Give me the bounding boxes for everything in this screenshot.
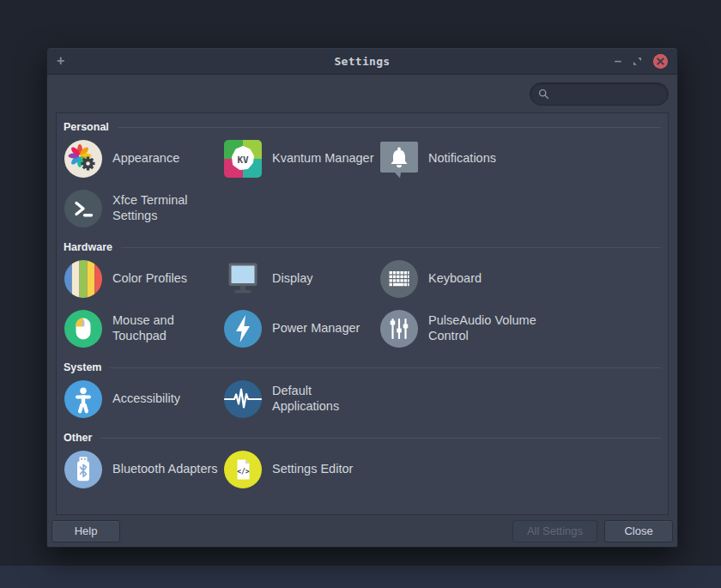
- section-grid-system: Accessibility Default Applications: [64, 379, 661, 420]
- section-label: Personal: [64, 121, 109, 133]
- maximize-button[interactable]: [633, 57, 642, 66]
- toolbar: [47, 75, 677, 112]
- item-label: Bluetooth Adapters: [112, 462, 218, 477]
- taskbar-strip: [0, 566, 721, 588]
- section-rule: [110, 367, 661, 368]
- all-settings-button[interactable]: All Settings: [512, 520, 597, 543]
- titlebar[interactable]: + Settings –: [47, 48, 677, 75]
- display-icon: [223, 259, 263, 299]
- section-rule: [118, 127, 661, 128]
- item-label: Power Manager: [272, 321, 360, 336]
- svg-text:</>: </>: [237, 468, 250, 476]
- item-label: Display: [272, 271, 313, 287]
- settings-editor-icon: </>: [223, 450, 263, 489]
- minimize-button[interactable]: –: [615, 57, 621, 65]
- section-header-personal: Personal: [64, 121, 661, 133]
- settings-item-kvantum-manager[interactable]: KV Kvantum Manager: [223, 138, 379, 179]
- restore-icon: [633, 57, 642, 66]
- item-label: Accessibility: [112, 391, 180, 407]
- settings-item-appearance[interactable]: Appearance: [64, 138, 223, 179]
- item-label: Settings Editor: [272, 462, 353, 477]
- section-grid-other: Bluetooth Adapters </> Settings Editor: [64, 449, 661, 490]
- close-button[interactable]: [653, 54, 668, 69]
- svg-text:KV: KV: [237, 155, 249, 166]
- window-controls: –: [615, 54, 668, 69]
- window-plus-icon[interactable]: +: [57, 54, 64, 68]
- settings-item-bluetooth[interactable]: Bluetooth Adapters: [64, 449, 223, 490]
- kvantum-manager-icon: KV: [223, 139, 263, 179]
- window-title: Settings: [47, 55, 677, 68]
- section-grid-hardware: Color Profiles Display: [64, 258, 661, 349]
- item-label: PulseAudio Volume Control: [428, 313, 559, 343]
- color-profiles-icon: [64, 259, 103, 299]
- settings-item-pulseaudio[interactable]: PulseAudio Volume Control: [379, 308, 661, 349]
- accessibility-icon: [64, 379, 103, 419]
- settings-item-power-manager[interactable]: Power Manager: [223, 308, 379, 349]
- default-applications-icon: [223, 379, 263, 419]
- item-label: Keyboard: [428, 271, 482, 287]
- section-label: Other: [64, 432, 92, 444]
- item-label: Notifications: [428, 151, 496, 167]
- bluetooth-icon: [64, 450, 103, 489]
- section-rule: [100, 438, 661, 439]
- settings-item-accessibility[interactable]: Accessibility: [64, 379, 223, 420]
- footer-bar: Help All Settings Close: [47, 515, 677, 547]
- settings-window: + Settings –: [46, 47, 678, 548]
- section-header-other: Other: [64, 432, 661, 444]
- close-dialog-button[interactable]: Close: [604, 520, 673, 543]
- search-icon: [538, 88, 549, 100]
- section-label: System: [64, 361, 101, 373]
- settings-item-display[interactable]: Display: [223, 258, 379, 300]
- item-label: Default Applications: [272, 384, 379, 414]
- search-field[interactable]: [530, 82, 669, 106]
- item-label: Xfce Terminal Settings: [112, 193, 223, 223]
- settings-item-notifications[interactable]: Notifications: [379, 138, 661, 179]
- settings-item-mouse-touchpad[interactable]: Mouse and Touchpad: [64, 308, 223, 349]
- appearance-icon: [64, 139, 103, 179]
- keyboard-icon: [379, 259, 419, 299]
- notifications-icon: [379, 139, 419, 179]
- section-header-hardware: Hardware: [64, 241, 661, 253]
- item-label: Mouse and Touchpad: [112, 313, 223, 343]
- item-label: Kvantum Manager: [272, 151, 373, 167]
- item-label: Appearance: [112, 151, 179, 167]
- settings-item-default-applications[interactable]: Default Applications: [223, 379, 379, 420]
- section-grid-personal: Appearance KV Kvantum Manager: [64, 138, 661, 229]
- search-input[interactable]: [555, 87, 660, 101]
- close-icon: [657, 58, 664, 65]
- mouse-icon: [64, 309, 103, 349]
- settings-item-color-profiles[interactable]: Color Profiles: [64, 258, 223, 300]
- item-label: Color Profiles: [112, 271, 187, 287]
- section-label: Hardware: [64, 241, 112, 253]
- settings-item-settings-editor[interactable]: </> Settings Editor: [223, 449, 379, 490]
- power-manager-icon: [223, 309, 263, 349]
- settings-grid-panel: Personal: [56, 112, 669, 515]
- settings-item-xfce-terminal[interactable]: Xfce Terminal Settings: [64, 188, 223, 229]
- section-rule: [121, 247, 661, 248]
- section-header-system: System: [64, 361, 661, 373]
- terminal-icon: [64, 189, 103, 228]
- pulseaudio-icon: [379, 309, 419, 349]
- settings-item-keyboard[interactable]: Keyboard: [379, 258, 661, 300]
- help-button[interactable]: Help: [52, 520, 120, 543]
